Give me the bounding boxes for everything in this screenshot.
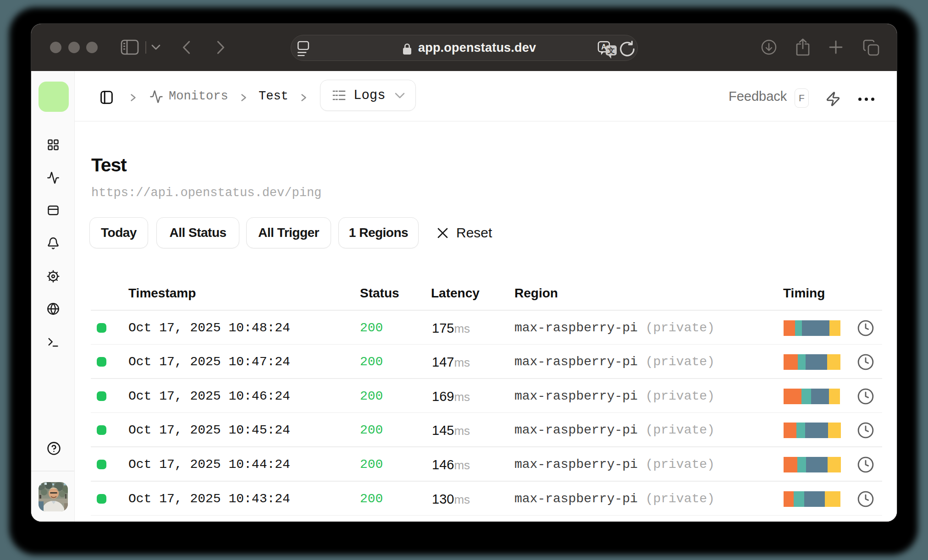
svg-text:文: 文 — [607, 46, 615, 55]
